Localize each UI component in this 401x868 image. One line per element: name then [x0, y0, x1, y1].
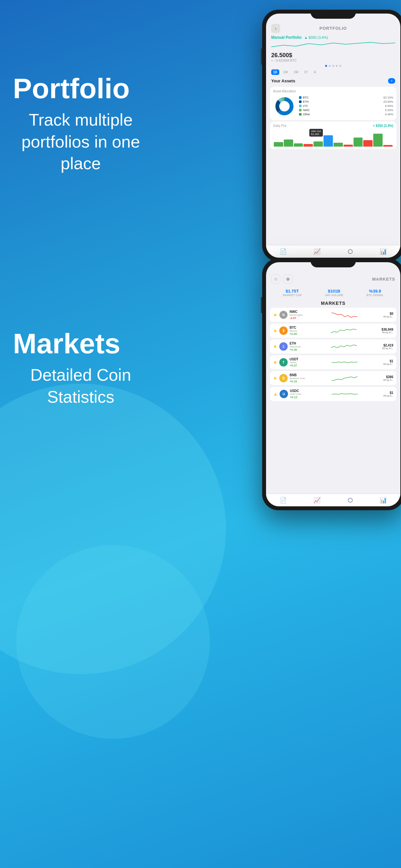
nav-bar-icon[interactable]: 📊: [380, 248, 387, 255]
nav-portfolio-icon[interactable]: 📄: [280, 248, 287, 255]
portfolio-header: ‹ PORTFOLIO: [266, 23, 400, 33]
eth-sparkline: [308, 343, 380, 351]
volume-label: 24H VOLUME: [325, 293, 343, 297]
pnl-value: + $350 (3.4%): [373, 124, 393, 128]
assets-button[interactable]: +: [388, 78, 395, 84]
star-eth[interactable]: ★: [273, 344, 277, 349]
bar-12: [383, 145, 393, 147]
usdc-info: USDC USD Coin +0.12: [290, 389, 306, 399]
nwc-sparkline: [308, 311, 381, 319]
legend-eth: ETH 23.93%: [299, 100, 393, 103]
markets-bottom-nav: 📄 📈 ⬡ 📊: [266, 494, 400, 506]
portfolio-phone-frame: ‹ PORTFOLIO Manual Portfolio ▲ $350 (3.4…: [262, 10, 401, 261]
list-item[interactable]: ★ B BNB Binance Coin +5.10 $386 MCap $: [270, 371, 397, 385]
eth-info: ETH Ethereum +0.35: [289, 342, 306, 351]
asset-alloc-title: Asset Allocation: [273, 89, 393, 93]
btc-price: $36,949 MCap $7...: [382, 328, 393, 334]
markets-phone: ☆ ⊕ MARKETS $1.75T MARKET CAP $101B 24H …: [262, 258, 401, 510]
star-usdt[interactable]: ★: [273, 360, 277, 365]
legend-eth-dot: [299, 100, 302, 103]
dot-3: [332, 65, 334, 67]
bnb-icon: B: [279, 374, 288, 382]
list-item[interactable]: ★ N NWC NewCrypto... -2.07 $0 MCap $..: [270, 308, 397, 322]
legend-nwc: NWC 5.53%: [299, 108, 393, 112]
nwc-price: $0 MCap $...: [383, 312, 393, 318]
dot-4: [336, 65, 338, 67]
markets-header-title: MARKETS: [372, 277, 395, 282]
portfolio-value: 26.500$: [266, 52, 400, 59]
bar-10: [363, 140, 373, 147]
usdc-price: $1 MCap $...: [383, 391, 393, 397]
list-item[interactable]: ★ ₿ BTC Bitcoin +2.00 $36,949 MCap $7.: [270, 323, 397, 338]
markets-list-title: MARKETS: [266, 299, 400, 308]
btc-dom-label: BTC DOMIN.: [366, 293, 383, 297]
eth-icon: Ξ: [279, 342, 288, 351]
daily-pnl-card: Daily PnL + $350 (3.4%) 28th Oct$1,309: [270, 121, 397, 149]
list-item[interactable]: ▲ U USDC USD Coin +0.12 $1 MCap $...: [270, 387, 397, 401]
portfolio-header-title: PORTFOLIO: [320, 26, 347, 31]
portfolio-title: Portfolio: [13, 74, 149, 103]
markets-stats: $1.75T MARKET CAP $101B 24H VOLUME %39.9…: [266, 286, 400, 299]
dot-2: [329, 65, 331, 67]
star-bnb[interactable]: ★: [273, 376, 277, 381]
bar-3: [294, 144, 303, 147]
nav-home-icon[interactable]: ⬡: [348, 248, 353, 255]
nwc-icon: N: [279, 311, 288, 319]
portfolio-phone: ‹ PORTFOLIO Manual Portfolio ▲ $350 (3.4…: [262, 10, 401, 261]
markets-subtitle: Detailed Coin Statistics: [13, 364, 149, 408]
asset-allocation-card: Asset Allocation: [270, 87, 397, 120]
bar-4: [304, 144, 313, 147]
markets-header: ☆ ⊕ MARKETS: [266, 272, 400, 286]
bar-6: [323, 135, 333, 147]
nav-chart-icon[interactable]: 📈: [313, 248, 320, 255]
tf-1m[interactable]: 1M: [292, 69, 300, 75]
eth-price: $2,419 MCap $2...: [382, 344, 393, 349]
mkt-nav-home-icon[interactable]: ⬡: [348, 497, 353, 504]
btc-dom-stat: %39.9 BTC DOMIN.: [366, 289, 383, 297]
timeframe-selector[interactable]: 1D 1W 1M 1Y A: [266, 68, 400, 76]
market-cap-value: $1.75T: [283, 289, 302, 293]
tf-1y[interactable]: 1Y: [302, 69, 310, 75]
list-item[interactable]: ★ T USDT Tether +0.07 $1 MCap $...: [270, 355, 397, 369]
bnb-sparkline: [308, 374, 381, 382]
search-icon[interactable]: ⊕: [283, 275, 292, 283]
mkt-nav-bar-icon[interactable]: 📊: [380, 497, 387, 504]
chart-tooltip: 28th Oct$1,309: [309, 129, 323, 136]
dot-5: [339, 65, 341, 67]
portfolio-btc: ≈ - 0.423434 BTC: [266, 59, 400, 64]
portfolio-name: Manual Portfolio: [271, 35, 302, 40]
star-icon[interactable]: ☆: [271, 275, 280, 283]
back-button[interactable]: ‹: [271, 24, 280, 33]
legend-nwc-dot: [299, 109, 302, 112]
btc-dom-value: %39.9: [366, 289, 383, 293]
list-item[interactable]: ★ Ξ ETH Ethereum +0.35 $2,419 MCap $2.: [270, 339, 397, 353]
legend-ltc-dot: [299, 104, 302, 107]
portfolio-name-section: Manual Portfolio ▲ $350 (3.4%): [266, 33, 400, 52]
nwc-info: NWC NewCrypto... -2.07: [289, 310, 306, 320]
bnb-price: $386 MCap $...: [383, 375, 393, 381]
portfolio-screen: ‹ PORTFOLIO Manual Portfolio ▲ $350 (3.4…: [266, 13, 400, 258]
bar-11: [373, 134, 382, 147]
star-nwc[interactable]: ★: [273, 312, 277, 317]
mkt-nav-portfolio-icon[interactable]: 📄: [280, 497, 287, 504]
mkt-nav-chart-icon[interactable]: 📈: [313, 497, 320, 504]
notch-1: [311, 10, 356, 19]
star-btc[interactable]: ★: [273, 328, 277, 333]
usdt-info: USDT Tether +0.07: [289, 358, 306, 367]
svg-point-5: [279, 101, 289, 112]
markets-header-icons: ☆ ⊕: [271, 275, 292, 283]
tf-1d[interactable]: 1D: [271, 69, 279, 75]
btc-sparkline: [308, 327, 380, 335]
markets-section-text: Markets Detailed Coin Statistics: [13, 330, 149, 408]
legend-ltc: LTC 6.93%: [299, 104, 393, 107]
star-usdc[interactable]: ▲: [273, 392, 278, 397]
tf-1w[interactable]: 1W: [281, 69, 290, 75]
tf-all[interactable]: A: [312, 69, 318, 75]
donut-chart: [273, 95, 296, 118]
markets-screen: ☆ ⊕ MARKETS $1.75T MARKET CAP $101B 24H …: [266, 262, 400, 506]
bar-1: [274, 142, 283, 147]
bar-7: [334, 143, 343, 147]
usdc-icon: U: [280, 390, 288, 398]
dot-1: [325, 65, 327, 67]
legend-other-dot: [299, 113, 302, 116]
